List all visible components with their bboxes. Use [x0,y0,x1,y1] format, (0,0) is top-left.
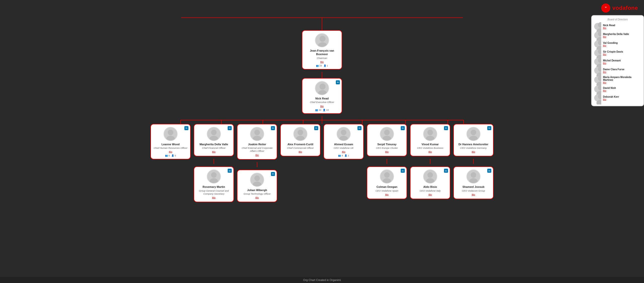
svg-point-58 [426,178,434,183]
svg-point-60 [469,136,478,140]
board-member-bio[interactable]: Bio [603,89,616,92]
ceo-bio[interactable]: Bio [320,105,324,108]
sub-connector-line [430,159,430,164]
card-avatar [423,169,437,184]
ceo-card: in Nick Read Chief Executive Officer Bio… [302,78,342,114]
board-member-bio[interactable]: Bio [603,81,641,84]
board-member-info: Maria Amparo Moraleda Martinez Bio [603,76,641,84]
board-member-name: Michel Demaré [603,59,621,62]
card-bio[interactable]: Bio [472,150,475,153]
card-avatar [207,127,221,141]
level-2-row: in Leanne Wood Chief Human Resources Off… [150,124,494,202]
card-title: Chief External and Corporate Affairs Off… [240,147,274,153]
linkedin-badge: in [401,126,405,130]
board-member-bio[interactable]: Bio [603,71,624,73]
svg-point-39 [211,130,217,135]
card-bio[interactable]: Bio [299,150,302,153]
card-title: CEO Vodafone Business [417,147,444,150]
linkedin-badge: in [444,126,448,130]
svg-point-10 [598,57,601,63]
board-member-name: Margherita Della Valle [603,33,629,36]
linkedin-badge: in [487,126,491,130]
card-bio[interactable]: Bio [169,150,172,153]
board-member-info: Nick Read Bio [603,24,615,29]
svg-point-8 [598,49,601,54]
card-bio[interactable]: Bio [428,150,432,153]
svg-point-57 [427,172,433,178]
ceo-avatar [315,81,329,95]
board-member-name: Dame Clara Furse [603,68,624,71]
card-avatar [164,127,178,141]
card-bio[interactable]: Bio [385,193,389,196]
board-member-avatar [594,76,601,83]
card-name: Aldo Bisio [423,185,437,189]
card-name: Serpil Timuray [377,143,396,146]
sub-report-card: in Shameel Joosub CEO Vodacom Group Bio [453,166,494,199]
board-member-name: Nick Read [603,24,615,27]
svg-point-4 [598,31,601,37]
svg-point-56 [426,136,434,140]
level2-col: in Ahmed Essam CEO Vodafone UK Bio 👥 4 👤… [324,124,364,202]
board-member-bio[interactable]: Bio [603,44,618,47]
ceo-spread-svg [158,116,486,124]
svg-point-24 [319,84,326,90]
top-connector-svg [158,15,486,30]
vodafone-icon: " [601,4,610,13]
svg-point-18 [598,94,601,99]
chairman-bio[interactable]: Bio [320,60,324,63]
level2-col: in Dr Hannes Ametsreiter CEO Vodafone Ge… [453,124,494,202]
card-bio[interactable]: Bio [428,193,432,196]
level2-col: in Alex Froment-Curtil Chief Commercial … [280,124,320,202]
card-title: CEO Europe Cluster [376,147,398,150]
svg-text:": " [605,6,607,10]
footer-text: Org Chart Created in Organimi [303,278,341,281]
svg-point-55 [427,130,433,135]
card-bio[interactable]: Bio [385,150,389,153]
card-bio[interactable]: Bio [342,150,345,153]
card-bio[interactable]: Bio [472,193,475,196]
board-member-bio[interactable]: Bio [603,53,623,56]
svg-point-50 [339,136,348,140]
svg-point-62 [469,178,478,183]
svg-point-44 [253,136,261,140]
svg-point-23 [318,42,327,47]
svg-point-61 [471,172,476,178]
vodafone-logo: " vodafone [601,4,638,13]
svg-point-12 [598,66,601,72]
board-member-info: Dame Clara Furse Bio [603,68,624,73]
card-title: CEO Vodafone UK [334,147,353,150]
board-item: Dame Clara Furse Bio [594,67,641,74]
person-stat: 👤 1 [344,154,349,157]
linkedin-badge: in [314,126,318,130]
board-member-bio[interactable]: Bio [603,27,615,29]
card-name: Vinod Kumar [422,143,439,146]
board-member-name: Val Gooding [603,42,618,44]
ceo-group-stat: 👥 22 [315,109,321,111]
card-bio[interactable]: Bio [212,196,216,199]
org-chart-container: Board of Directors Nick Read Bio Margher… [0,0,644,212]
card-bio[interactable]: Bio [212,150,216,153]
linkedin-badge: in [401,169,405,173]
board-member-name: Maria Amparo Moraleda Martinez [603,76,641,81]
chart-wrapper: Jean-François van Boxmeer Chairman Bio 👥… [158,15,486,202]
linkedin-badge: in [184,126,188,130]
board-member-bio[interactable]: Bio [603,98,619,101]
card-bio[interactable]: Bio [255,196,259,199]
card-bio[interactable]: Bio [255,154,259,156]
board-member-name: Sir Crispin Davis [603,50,623,53]
card-avatar [466,169,480,184]
sub-connector-line [214,159,214,164]
svg-point-53 [384,172,390,178]
card-title: Group Technology Officer [244,192,271,195]
board-member-bio[interactable]: Bio [603,62,621,64]
sub-connector-line [387,159,387,164]
chairman-card: Jean-François van Boxmeer Chairman Bio 👥… [302,30,342,69]
board-member-bio[interactable]: Bio [603,36,629,38]
card-avatar [250,127,264,141]
sub-report-card: in Johan Wibergh Group Technology Office… [237,170,277,202]
chairman-stats: 👥 23 👤 1 [316,64,328,67]
ceo-name: Nick Read [315,97,329,100]
linkedin-badge: in [228,126,232,130]
ceo-person-stat: 👤 13 [323,109,329,111]
chairman-avatar [315,33,329,47]
